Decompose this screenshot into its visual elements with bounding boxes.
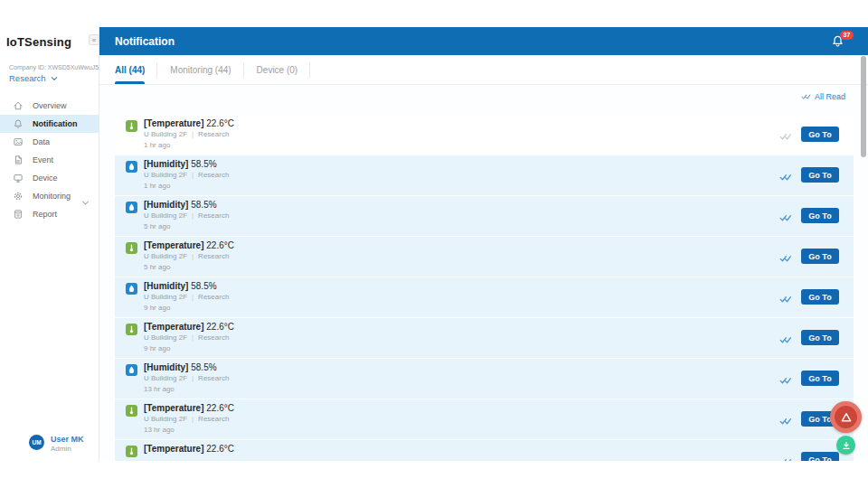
sidebar-item-icon (13, 155, 24, 165)
notification-row: [Humidity] 58.5% U Building 2F|Research … (115, 196, 854, 236)
sidebar-item-icon (13, 136, 24, 147)
project-selector[interactable]: Research (9, 73, 58, 83)
read-check-icon[interactable] (779, 210, 792, 219)
go-to-button[interactable]: Go To (801, 371, 839, 386)
sidebar: IoTSensing « Company ID: XWSD5XuWwuJ5 Re… (0, 27, 99, 461)
tab-device-0[interactable]: Device (0) (244, 55, 311, 84)
sidebar-item-icon (13, 118, 24, 129)
read-check-icon[interactable] (779, 413, 792, 422)
go-to-button[interactable]: Go To (801, 452, 839, 461)
sidebar-item-monitoring[interactable]: Monitoring (0, 187, 99, 205)
download-icon (841, 440, 852, 451)
sidebar-item-icon (13, 191, 24, 202)
notification-meta: U Building 2F|Research (144, 211, 229, 220)
all-read-label: All Read (815, 92, 845, 101)
notification-row: [Temperature] 22.6°C U Building 2F|Resea… (115, 318, 854, 358)
sidebar-item-report[interactable]: Report (0, 205, 99, 223)
sidebar-item-label: Device (33, 174, 58, 183)
sidebar-item-label: Overview (33, 101, 67, 110)
notification-title: [Temperature] 22.6°C (144, 322, 234, 332)
sensor-type-icon (126, 324, 137, 335)
go-to-button[interactable]: Go To (801, 167, 839, 183)
sensor-type-icon (126, 161, 137, 173)
notification-time: 9 hr ago (144, 304, 170, 312)
download-fab-button[interactable] (836, 436, 855, 455)
read-check-icon[interactable] (779, 250, 792, 259)
alarm-triangle-icon (835, 406, 857, 428)
sensor-type-icon (126, 446, 137, 457)
sidebar-item-data[interactable]: Data (0, 133, 99, 151)
sidebar-item-event[interactable]: Event (0, 151, 99, 169)
sidebar-item-label: Notification (33, 119, 78, 128)
sidebar-item-overview[interactable]: Overview (0, 97, 99, 115)
tab-monitoring-44[interactable]: Monitoring (44) (157, 55, 243, 84)
notification-time: 13 hr ago (144, 426, 175, 434)
avatar: UM (29, 435, 44, 450)
notification-row: [Humidity] 58.5% U Building 2F|Research … (115, 155, 854, 195)
read-check-icon[interactable] (779, 169, 792, 178)
sensor-type-icon (126, 364, 137, 376)
notification-row: [Temperature] 22.6°C U Building 2F|Resea… (115, 399, 854, 439)
notification-meta: U Building 2F|Research (144, 130, 229, 138)
project-name: Research (9, 73, 46, 83)
sensor-type-icon (126, 120, 137, 132)
notification-meta: U Building 2F|Research (144, 374, 229, 382)
notification-time: 9 hr ago (144, 344, 170, 352)
alarm-fab-button[interactable] (830, 401, 862, 433)
sidebar-nav: Overview Notification Data Event Dev (0, 97, 99, 223)
all-read-button[interactable]: All Read (801, 92, 845, 101)
chevron-down-icon (81, 193, 90, 200)
notification-title: [Temperature] 22.6°C (144, 403, 234, 413)
sidebar-item-label: Report (33, 210, 57, 219)
go-to-button[interactable]: Go To (801, 127, 839, 142)
read-check-icon[interactable] (779, 291, 792, 300)
brand-row: IoTSensing « (6, 33, 99, 50)
read-check-icon[interactable] (779, 128, 792, 137)
go-to-button[interactable]: Go To (801, 208, 839, 223)
notification-row: [Temperature] 22.6°C U Building 2F|Resea… (115, 237, 854, 277)
read-check-icon[interactable] (779, 332, 792, 341)
notification-title: [Humidity] 58.5% (144, 159, 217, 169)
chevron-down-icon (51, 76, 58, 81)
sidebar-collapse-button[interactable]: « (89, 34, 99, 45)
sidebar-item-icon (13, 100, 24, 111)
notification-meta: U Building 2F|Research (144, 333, 229, 342)
read-check-icon[interactable] (779, 372, 792, 381)
notification-title: [Temperature] 22.6°C (144, 118, 234, 128)
user-role: Admin (51, 445, 71, 453)
notification-meta: U Building 2F|Research (144, 171, 229, 179)
user-block[interactable]: UM User MK Admin (0, 432, 99, 461)
notification-row: [Temperature] 22.6°C Go To (115, 440, 854, 461)
notification-bell-button[interactable]: 37 (831, 34, 845, 49)
notification-title: [Temperature] 22.6°C (144, 240, 234, 250)
sidebar-item-device[interactable]: Device (0, 169, 99, 187)
sensor-type-icon (126, 242, 137, 254)
sidebar-item-icon (13, 209, 24, 220)
go-to-button[interactable]: Go To (801, 289, 839, 305)
sidebar-item-label: Monitoring (33, 192, 71, 201)
notification-time: 5 hr ago (144, 263, 170, 271)
notification-badge: 37 (840, 31, 854, 40)
double-check-icon (801, 93, 811, 100)
scrollbar-thumb[interactable] (861, 56, 866, 157)
notification-meta (144, 455, 153, 461)
tab-all-44[interactable]: All (44) (115, 55, 157, 84)
notification-time: 1 hr ago (144, 182, 170, 190)
page-header: Notification 37 (99, 27, 868, 55)
notification-row: [Temperature] 22.6°C U Building 2F|Resea… (115, 115, 854, 155)
notification-list: [Temperature] 22.6°C U Building 2F|Resea… (115, 115, 854, 461)
sidebar-item-icon (13, 173, 24, 183)
page-title: Notification (115, 35, 175, 48)
sidebar-item-notification[interactable]: Notification (0, 115, 99, 133)
go-to-button[interactable]: Go To (801, 249, 839, 264)
read-check-icon[interactable] (779, 454, 792, 461)
notification-title: [Humidity] 58.5% (144, 281, 217, 291)
notification-meta: U Building 2F|Research (144, 415, 229, 423)
tab-bar: All (44) Monitoring (44) Device (0) (99, 55, 868, 85)
notification-row: [Humidity] 58.5% U Building 2F|Research … (115, 277, 854, 317)
app-window: IoTSensing « Company ID: XWSD5XuWwuJ5 Re… (0, 27, 868, 461)
go-to-button[interactable]: Go To (801, 330, 839, 345)
sidebar-item-label: Data (33, 137, 50, 146)
notification-meta: U Building 2F|Research (144, 293, 229, 301)
sensor-type-icon (126, 202, 137, 213)
